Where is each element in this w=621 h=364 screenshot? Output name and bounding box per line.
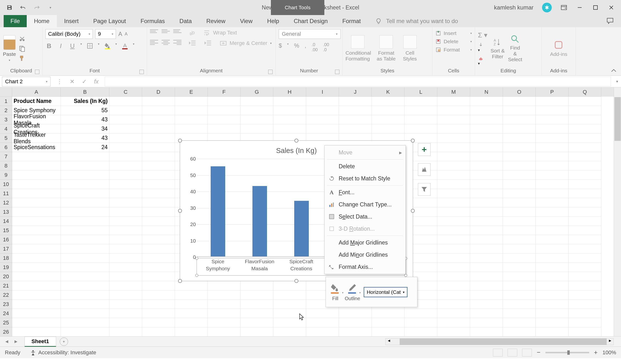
insert-function-icon[interactable]: fx (94, 78, 99, 85)
formula-bar[interactable] (105, 77, 611, 86)
axis-sel-handle[interactable] (195, 257, 198, 260)
align-middle-icon[interactable] (162, 29, 170, 36)
tab-chart-design[interactable]: Chart Design (286, 15, 335, 27)
chart-handle-bl[interactable] (178, 279, 182, 283)
font-name-combo[interactable]: Calibri (Body)▾ (45, 29, 93, 39)
tab-page-layout[interactable]: Page Layout (86, 15, 133, 27)
user-name[interactable]: kamlesh kumar (494, 4, 534, 11)
currency-icon[interactable]: $ (279, 42, 282, 52)
increase-font-icon[interactable]: A (118, 31, 122, 37)
select-all-corner[interactable] (0, 87, 12, 97)
cell-A6[interactable]: SpiceSensations (12, 143, 61, 152)
column-header-C[interactable]: C (109, 87, 142, 97)
row-header-1[interactable]: 1 (0, 97, 12, 106)
chart-handle-ml[interactable] (178, 209, 182, 213)
column-header-P[interactable]: P (536, 87, 569, 97)
cut-icon[interactable] (19, 36, 25, 42)
row-header-3[interactable]: 3 (0, 115, 12, 124)
row-header-7[interactable]: 7 (0, 152, 12, 161)
cell-B6[interactable]: 24 (61, 143, 109, 152)
column-header-K[interactable]: K (372, 87, 405, 97)
column-header-Q[interactable]: Q (569, 87, 601, 97)
row-header-24[interactable]: 24 (0, 309, 12, 318)
tab-file[interactable]: File (4, 15, 27, 27)
row-header-19[interactable]: 19 (0, 263, 12, 272)
minimize-icon[interactable] (576, 4, 583, 11)
align-top-icon[interactable] (150, 29, 158, 36)
cell-styles-button[interactable]: Cell Styles (403, 35, 417, 62)
zoom-slider[interactable] (545, 352, 589, 353)
clear-icon[interactable]: ▾ (478, 55, 487, 66)
cell-A5[interactable]: TasteTrekker Blends (12, 133, 61, 143)
italic-button[interactable]: I (57, 42, 64, 50)
chart-handle-tr[interactable] (411, 139, 415, 143)
align-bottom-icon[interactable] (173, 29, 181, 36)
sort-filter-button[interactable]: AZSort & Filter (490, 38, 505, 60)
undo-icon[interactable] (20, 4, 26, 11)
add-sheet-button[interactable]: + (60, 338, 68, 346)
page-layout-view-button[interactable] (508, 349, 517, 356)
orientation-icon[interactable]: ab (189, 29, 196, 36)
column-header-I[interactable]: I (306, 87, 339, 97)
row-header-23[interactable]: 23 (0, 300, 12, 309)
cancel-formula-icon[interactable]: ✕ (70, 78, 75, 85)
conditional-formatting-button[interactable]: Conditional Formatting (345, 35, 370, 62)
column-header-N[interactable]: N (470, 87, 503, 97)
column-header-L[interactable]: L (405, 87, 437, 97)
addins-button[interactable]: Add-ins (550, 40, 567, 57)
comments-icon[interactable] (606, 17, 614, 25)
format-as-table-button[interactable]: Format as Table (376, 35, 397, 62)
chart-filter-button[interactable] (418, 183, 431, 196)
align-left-icon[interactable] (150, 40, 158, 47)
decrease-indent-icon[interactable] (189, 40, 197, 47)
hscroll-right-icon[interactable]: ► (607, 338, 613, 345)
column-header-J[interactable]: J (339, 87, 372, 97)
comma-icon[interactable]: , (305, 42, 306, 52)
number-dialog-launcher[interactable] (335, 70, 339, 74)
chart-handle-tl[interactable] (178, 139, 182, 143)
wrap-text-icon[interactable] (203, 29, 210, 36)
sheet-nav-next-icon[interactable]: ► (14, 339, 18, 344)
column-header-M[interactable]: M (437, 87, 470, 97)
chart-bar-1[interactable] (252, 186, 267, 256)
wrap-text-label[interactable]: Wrap Text (213, 30, 237, 36)
mini-outline-button[interactable]: ▾ Outline (345, 283, 360, 301)
horizontal-scroll-thumb[interactable] (400, 338, 607, 345)
underline-button[interactable]: U (69, 42, 76, 50)
tab-data[interactable]: Data (172, 15, 199, 27)
chart-styles-button[interactable] (418, 163, 431, 176)
zoom-out-button[interactable]: − (537, 349, 540, 356)
decrease-font-icon[interactable]: A (125, 32, 128, 37)
save-icon[interactable] (6, 4, 13, 11)
row-header-16[interactable]: 16 (0, 235, 12, 244)
chart-handle-mr[interactable] (411, 209, 415, 213)
enter-formula-icon[interactable]: ✓ (82, 78, 87, 85)
row-header-8[interactable]: 8 (0, 161, 12, 170)
mini-chart-element-combo[interactable]: Horizontal (Cat▾ (364, 287, 407, 297)
row-header-5[interactable]: 5 (0, 133, 12, 143)
tell-me-search[interactable]: Tell me what you want to do (375, 18, 458, 25)
zoom-slider-thumb[interactable] (567, 350, 570, 355)
tab-formulas[interactable]: Formulas (133, 15, 172, 27)
column-header-O[interactable]: O (503, 87, 536, 97)
chart-y-axis[interactable]: 0102030405060 (185, 159, 196, 257)
row-header-14[interactable]: 14 (0, 217, 12, 226)
alignment-dialog-launcher[interactable] (268, 70, 273, 74)
menu-format-axis[interactable]: Format Axis... (325, 261, 405, 273)
merge-icon[interactable] (220, 40, 227, 47)
column-header-A[interactable]: A (12, 87, 61, 97)
vertical-scroll-thumb[interactable] (614, 97, 621, 141)
menu-add-major-gridlines[interactable]: Add Major Gridlines (325, 236, 405, 249)
paste-button[interactable]: Paste ▾ (3, 35, 16, 62)
percent-icon[interactable]: % (294, 42, 299, 52)
zoom-in-button[interactable]: + (594, 349, 598, 356)
row-header-20[interactable]: 20 (0, 272, 12, 281)
row-header-9[interactable]: 9 (0, 170, 12, 180)
qat-dropdown-icon[interactable]: ▾ (47, 4, 54, 11)
menu-select-data[interactable]: Select Data... (325, 211, 405, 223)
cell-B1[interactable]: Sales (In Kg) (61, 97, 109, 106)
row-header-21[interactable]: 21 (0, 281, 12, 290)
menu-reset-style[interactable]: Reset to Match Style (325, 172, 405, 184)
menu-font[interactable]: AFont... (325, 186, 405, 199)
vertical-scrollbar[interactable] (614, 87, 621, 336)
